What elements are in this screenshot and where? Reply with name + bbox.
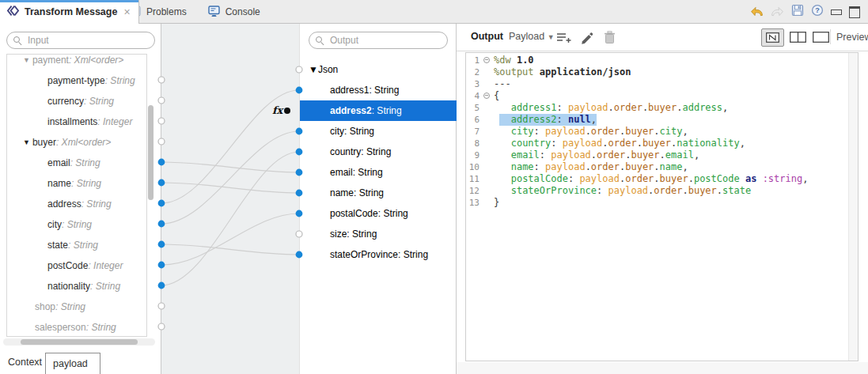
- fold-toggle-icon[interactable]: [481, 55, 494, 66]
- input-search[interactable]: [6, 32, 155, 49]
- line-number: 1: [467, 55, 479, 66]
- active-tab-accent: [0, 0, 138, 2]
- tree-item-payment[interactable]: ▼payment : Xml<order>: [7, 54, 147, 70]
- tree-item-city[interactable]: city : String: [7, 214, 147, 235]
- code-line-6[interactable]: 6 address2: null,: [467, 114, 858, 126]
- tree-item-installments[interactable]: installments : Integer: [7, 111, 147, 132]
- field-name: postalCode: [330, 208, 378, 219]
- field-name: payment: [32, 55, 69, 66]
- field-type: : String: [398, 249, 428, 260]
- field-type: : String: [86, 322, 116, 333]
- tree-item-buyer[interactable]: ▼buyer : Xml<order>: [7, 132, 147, 153]
- code-line-10[interactable]: 10 name: payload.order.buyer.name,: [467, 161, 858, 173]
- svg-text:?: ?: [815, 6, 820, 14]
- view-mode-single-button[interactable]: [811, 30, 830, 43]
- help-icon[interactable]: ?: [811, 4, 824, 20]
- fold-gutter: [481, 114, 494, 126]
- code-line-3[interactable]: 3---: [467, 78, 858, 90]
- tree-item-salesperson[interactable]: salesperson : String: [7, 317, 147, 337]
- fx-expression-marker[interactable]: fx: [272, 104, 290, 116]
- input-tree-vertical-scrollbar[interactable]: [148, 105, 154, 200]
- fold-gutter: [481, 126, 494, 138]
- scrollbar-thumb[interactable]: [21, 339, 138, 345]
- field-type: : String: [372, 105, 402, 116]
- field-type: : Xml<order>: [69, 55, 123, 66]
- payload-tab-label: payload: [53, 358, 88, 369]
- code-line-5[interactable]: 5 address1: payload.order.buyer.address,: [467, 102, 858, 114]
- fx-icon: fx: [272, 104, 282, 116]
- field-name: salesperson: [35, 322, 86, 333]
- transform-message-icon: [6, 4, 20, 21]
- output-toolbar-label: Output: [471, 31, 503, 42]
- expand-arrow-icon[interactable]: ▼: [309, 64, 318, 75]
- code-line-13[interactable]: 13}: [467, 197, 858, 209]
- output-search-field[interactable]: [328, 34, 441, 47]
- undo-icon[interactable]: [750, 4, 764, 21]
- input-search-field[interactable]: [26, 34, 148, 47]
- fold-toggle-icon[interactable]: [481, 90, 494, 102]
- search-icon: [13, 36, 22, 45]
- tab-transform-message[interactable]: Transform Message ×: [0, 0, 139, 24]
- line-number: 7: [467, 126, 479, 138]
- field-type: : Integer: [88, 260, 123, 271]
- field-type: : String: [68, 240, 98, 251]
- maximize-icon[interactable]: [849, 6, 860, 18]
- field-name: country: [330, 146, 361, 157]
- tree-item-postCode[interactable]: postCode : Integer: [7, 255, 147, 276]
- dataweave-code-editor[interactable]: 1%dw 1.02%output application/json3---4{5…: [465, 52, 859, 361]
- expand-arrow-icon[interactable]: ▼: [23, 138, 30, 146]
- tree-item-Json[interactable]: ▼Json: [300, 59, 464, 80]
- code-line-9[interactable]: 9 email: payload.order.buyer.email,: [467, 149, 858, 161]
- view-mode-split-button[interactable]: [788, 30, 807, 43]
- tree-item-nationality[interactable]: nationality : String: [7, 276, 147, 297]
- expand-arrow-icon[interactable]: ▼: [23, 56, 30, 64]
- output-search[interactable]: [309, 32, 448, 49]
- code-line-4[interactable]: 4{: [467, 90, 858, 102]
- minimize-icon[interactable]: [831, 9, 842, 15]
- view-mode-tree-and-code-button[interactable]: [761, 28, 784, 47]
- code-line-7[interactable]: 7 city: payload.order.buyer.city,: [467, 126, 858, 138]
- save-icon[interactable]: [791, 4, 804, 20]
- tree-item-state[interactable]: state : String: [7, 235, 147, 255]
- field-type: : String: [70, 157, 100, 168]
- field-name: city: [47, 219, 62, 230]
- code-line-8[interactable]: 8 country: payload.order.buyer.nationali…: [467, 138, 858, 149]
- field-name: postCode: [47, 260, 88, 271]
- tree-item-name[interactable]: name : String: [7, 173, 147, 194]
- tab-label: Problems: [146, 6, 187, 17]
- delete-icon[interactable]: [604, 31, 616, 47]
- field-name: email: [47, 157, 70, 168]
- tab-label: Transform Message: [25, 6, 117, 17]
- line-number: 5: [467, 102, 479, 114]
- field-type: : String: [347, 229, 377, 240]
- tree-item-email[interactable]: email : String: [7, 153, 147, 173]
- tree-item-address[interactable]: address : String: [7, 194, 147, 214]
- redo-icon[interactable]: [771, 4, 784, 21]
- line-number: 12: [467, 185, 479, 197]
- code-line-2[interactable]: 2%output application/json: [467, 66, 858, 78]
- field-name: payment-type: [47, 75, 105, 86]
- add-transformation-icon[interactable]: [556, 32, 572, 47]
- tree-item-shop[interactable]: shop : String: [7, 297, 147, 317]
- tree-item-currency[interactable]: currency : String: [7, 91, 147, 111]
- input-tree-horizontal-scrollbar[interactable]: [3, 338, 155, 346]
- fx-connection-dot: [284, 108, 290, 114]
- field-name: buyer: [32, 137, 56, 148]
- editor-scrollbar[interactable]: [848, 53, 858, 361]
- close-tab-icon[interactable]: ×: [123, 6, 130, 17]
- line-number: 9: [467, 149, 479, 161]
- field-name: email: [330, 167, 353, 178]
- code-line-12[interactable]: 12 stateOrProvince: payload.order.buyer.…: [467, 185, 858, 197]
- toolbar-separator: [830, 29, 831, 44]
- tab-payload[interactable]: payload: [45, 353, 100, 374]
- field-type: : String: [71, 178, 101, 189]
- tree-item-payment-type[interactable]: payment-type : String: [7, 70, 147, 91]
- code-line-11[interactable]: 11 postalCode: payload.order.buyer.postC…: [467, 173, 858, 185]
- field-type: : String: [354, 187, 384, 198]
- edit-expression-icon[interactable]: [580, 31, 593, 47]
- payload-dropdown[interactable]: Payload ▼: [509, 31, 555, 42]
- editor-panel: Output Payload ▼: [457, 24, 868, 374]
- preview-link[interactable]: Preview: [836, 32, 868, 43]
- code-line-1[interactable]: 1%dw 1.0: [467, 55, 858, 66]
- tab-console[interactable]: Console: [207, 5, 260, 20]
